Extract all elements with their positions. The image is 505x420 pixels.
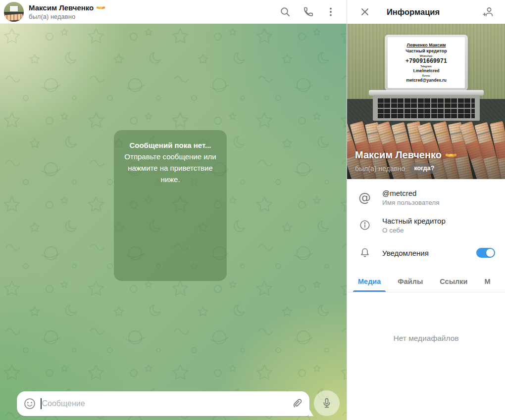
add-contact-button[interactable] (478, 2, 498, 22)
handshake-emoji-icon (96, 4, 105, 11)
person-add-icon (482, 6, 494, 18)
info-panel-title: Информация (387, 7, 440, 17)
detail-row-bio[interactable]: Частный кредитор О себе (347, 211, 505, 239)
empty-state-title: Сообщений пока нет... (122, 140, 218, 151)
status-badge[interactable]: когда? (409, 163, 439, 174)
input-bubble-tail (309, 409, 313, 416)
telegram-app: Максим Левченко был(а) недавно (0, 0, 505, 420)
handshake-emoji-icon (445, 151, 457, 159)
notifications-label: Уведомления (382, 249, 476, 257)
chat-header: Максим Левченко был(а) недавно (0, 0, 347, 24)
info-icon (359, 219, 371, 231)
tab-files[interactable]: Файлы (395, 272, 426, 292)
phone-icon (302, 6, 314, 18)
info-panel-header: Информация (347, 0, 505, 24)
emoji-picker-button[interactable] (23, 397, 36, 410)
screen-line: t.me/metcred (413, 68, 440, 74)
avatar-money (5, 13, 23, 20)
chat-peer-info[interactable]: Максим Левченко был(а) недавно (29, 3, 105, 20)
profile-status: был(а) недавно (355, 165, 405, 173)
bio-value: Частный кредитор (382, 217, 495, 225)
message-composer (0, 390, 347, 416)
tab-music[interactable]: М (481, 272, 493, 292)
chat-avatar[interactable] (4, 2, 24, 22)
screen-line: Почта: (422, 74, 430, 78)
more-menu-button[interactable] (321, 2, 341, 22)
search-icon (279, 6, 291, 18)
voice-record-button[interactable] (314, 390, 340, 416)
profile-photo[interactable]: Левченко Максим Частный кредитор WhatsAp… (347, 24, 505, 179)
screen-line: Telegram: (420, 65, 432, 68)
detail-row-notifications[interactable]: Уведомления (347, 239, 505, 267)
screen-line: metcred@yandex.ru (406, 78, 447, 83)
smiley-icon (23, 397, 36, 410)
chat-peer-status: был(а) недавно (29, 13, 105, 20)
chat-header-actions (275, 2, 341, 22)
text-caret (41, 398, 42, 409)
avatar-laptop-screen (9, 5, 18, 12)
empty-state-card: Сообщений пока нет... Отправьте сообщени… (114, 130, 227, 281)
chat-body: Сообщений пока нет... Отправьте сообщени… (0, 24, 347, 420)
info-panel: Информация Левченко Максим Частный креди… (347, 0, 505, 420)
username-label: Имя пользователя (382, 199, 495, 206)
photo-laptop-screen: Левченко Максим Частный кредитор WhatsAp… (385, 35, 468, 91)
close-icon (359, 6, 371, 18)
paperclip-icon (291, 398, 303, 410)
detail-row-username[interactable]: @ @metcred Имя пользователя (347, 184, 505, 211)
profile-details: @ @metcred Имя пользователя Частный кред… (347, 179, 505, 268)
photo-caption: Максим Левченко был(а) недавно когда? (355, 149, 457, 174)
username-value: @metcred (382, 189, 495, 197)
empty-state-subtitle: Отправьте сообщение или нажмите на приве… (122, 151, 218, 185)
shared-media-tabs: Медиа Файлы Ссылки М (347, 272, 505, 292)
microphone-icon (320, 397, 333, 410)
bell-icon (359, 247, 371, 259)
search-button[interactable] (275, 2, 295, 22)
media-empty-text: Нет медиафайлов (347, 334, 505, 343)
screen-line: +79091669971 (405, 58, 447, 64)
screen-line: Левченко Максим (407, 42, 446, 48)
tab-media[interactable]: Медиа (355, 272, 384, 292)
message-input[interactable] (42, 399, 288, 408)
attach-button[interactable] (291, 398, 303, 410)
chat-pane: Максим Левченко был(а) недавно (0, 0, 347, 420)
kebab-menu-icon (325, 6, 337, 18)
photo-laptop-screen-text: Левченко Максим Частный кредитор WhatsAp… (388, 37, 465, 88)
profile-name: Максим Левченко (355, 149, 442, 161)
close-panel-button[interactable] (355, 2, 375, 22)
bio-label: О себе (382, 227, 495, 234)
tab-links[interactable]: Ссылки (437, 272, 470, 292)
call-button[interactable] (298, 2, 318, 22)
message-input-pill (17, 391, 309, 416)
notifications-toggle[interactable] (476, 248, 495, 258)
chat-title: Максим Левченко (29, 3, 94, 12)
at-icon: @ (358, 191, 371, 204)
screen-line: Частный кредитор (405, 48, 447, 54)
